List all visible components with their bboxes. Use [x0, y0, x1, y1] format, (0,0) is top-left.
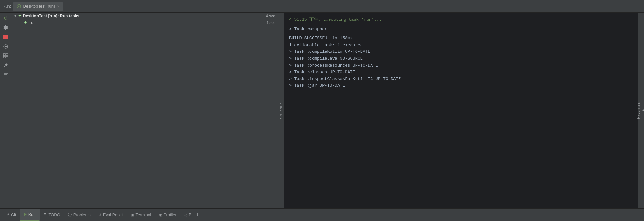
output-line-classes: > Task :classes UP-TO-DATE [289, 69, 633, 76]
tree-child-label: :run [29, 20, 35, 25]
favorites-label-container: ★ Favorites [636, 102, 644, 119]
run-header: Run: DesktopTest [run] × [0, 0, 644, 13]
tree-panel: ▼ ✦ DesktopTest [run]: Run tasks... 4 se… [11, 13, 278, 208]
run-tab[interactable]: DesktopTest [run] × [13, 2, 62, 11]
git-icon: ⎇ [5, 213, 9, 217]
rerun-button[interactable] [1, 14, 10, 23]
tree-arrow-icon: ▼ [14, 14, 17, 18]
stop-icon [3, 35, 8, 39]
bottom-bar: ⎇ Git Run ☰ TODO ⓘ Problems ↺ Eval Reset… [0, 208, 644, 221]
svg-rect-7 [3, 56, 5, 58]
run-tab-close-button[interactable]: × [57, 4, 60, 8]
svg-point-2 [5, 27, 6, 29]
tree-child-spinner-icon: ✦ [24, 20, 27, 25]
output-content: 4:51:15 下午: Executing task 'run'... > Ta… [284, 13, 638, 208]
build-icon: ◁ [184, 213, 187, 217]
filters-button[interactable] [1, 70, 10, 79]
todo-icon: ☰ [43, 213, 47, 217]
svg-rect-6 [6, 54, 8, 56]
wrench-button[interactable] [1, 23, 10, 32]
tab-profiler-label: Profiler [164, 213, 177, 217]
output-line-compile-kotlin: > Task :compileKotlin UP-TO-DATE [289, 48, 633, 55]
svg-rect-5 [3, 54, 5, 56]
left-panel: ▼ ✦ DesktopTest [run]: Run tasks... 4 se… [11, 13, 284, 208]
output-line-process-resources: > Task :processResources UP-TO-DATE [289, 62, 633, 69]
tab-run-label: Run [28, 212, 36, 217]
structure-tab-label: Structure [279, 102, 283, 119]
terminal-icon: ▣ [131, 213, 134, 217]
run-tab-title: DesktopTest [run] [23, 4, 55, 8]
tab-todo[interactable]: ☰ TODO [40, 209, 64, 221]
favorites-panel[interactable]: ★ Favorites [638, 13, 644, 208]
favorites-label-text: Favorites [636, 102, 640, 119]
output-line-compile-java: > Task :compileJava NO-SOURCE [289, 55, 633, 62]
tab-problems-label: Problems [73, 213, 91, 217]
run-label: Run: [3, 4, 11, 8]
tab-git[interactable]: ⎇ Git [1, 209, 20, 221]
tree-child-time: 4 sec [266, 20, 275, 25]
tab-eval-reset-label: Eval Reset [103, 213, 123, 217]
output-line-actionable: 1 actionable task: 1 executed [289, 42, 633, 49]
tab-git-label: Git [11, 213, 16, 217]
profiler-icon: ◉ [159, 213, 162, 217]
output-line-empty-1 [289, 23, 633, 26]
svg-point-4 [5, 46, 7, 47]
favorites-star-icon: ★ [641, 108, 644, 113]
tab-run[interactable]: Run [20, 209, 40, 221]
stop-button[interactable] [1, 33, 10, 41]
structure-tab[interactable]: Structure [278, 13, 284, 208]
tab-build[interactable]: ◁ Build [181, 209, 202, 221]
output-line-timestamp: 4:51:15 下午: Executing task 'run'... [289, 16, 633, 23]
tree-item-child[interactable]: ✦ :run 4 sec [11, 19, 278, 26]
tab-terminal-label: Terminal [136, 213, 151, 217]
output-line-wrapper: > Task :wrapper [289, 26, 633, 33]
tree-root-label: DesktopTest [run]: Run tasks... [23, 13, 83, 18]
eval-reset-icon: ↺ [98, 213, 102, 217]
main-content: ▼ ✦ DesktopTest [run]: Run tasks... 4 se… [0, 13, 644, 208]
tab-terminal[interactable]: ▣ Terminal [127, 209, 155, 221]
svg-line-9 [4, 66, 5, 67]
output-line-inspect-classes: > Task :inspectClassesForKotlinIC UP-TO-… [289, 76, 633, 83]
tab-profiler[interactable]: ◉ Profiler [155, 209, 181, 221]
tree-item-root[interactable]: ▼ ✦ DesktopTest [run]: Run tasks... 4 se… [11, 13, 278, 19]
right-panel: 4:51:15 下午: Executing task 'run'... > Ta… [284, 13, 638, 208]
left-toolbar [0, 13, 11, 208]
output-line-jar: > Task :jar UP-TO-DATE [289, 82, 633, 89]
run-play-icon [24, 213, 27, 217]
pin-button[interactable] [1, 61, 10, 70]
tab-problems[interactable]: ⓘ Problems [64, 209, 95, 221]
tab-build-label: Build [189, 213, 198, 217]
svg-rect-8 [6, 56, 8, 58]
run-tab-icon [17, 4, 21, 8]
tree-root-spinner-icon: ✦ [18, 13, 22, 18]
output-line-empty-2 [289, 32, 633, 35]
tab-eval-reset[interactable]: ↺ Eval Reset [95, 209, 127, 221]
layout-button[interactable] [1, 51, 10, 60]
coverage-button[interactable] [1, 42, 10, 51]
problems-icon: ⓘ [68, 212, 72, 218]
tree-root-time: 4 sec [266, 14, 275, 18]
svg-marker-1 [18, 5, 20, 7]
tab-todo-label: TODO [48, 213, 60, 217]
output-line-build-success: BUILD SUCCESSFUL in 158ms [289, 35, 633, 42]
